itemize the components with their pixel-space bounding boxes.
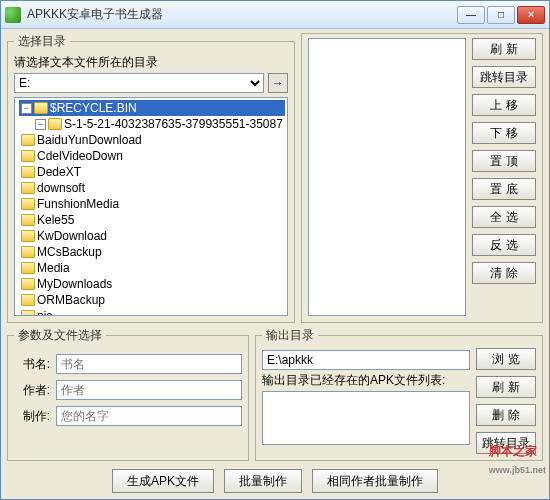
tree-node[interactable]: ORMBackup <box>19 292 285 308</box>
folder-icon <box>21 214 35 226</box>
folder-icon <box>21 294 35 306</box>
folder-icon <box>21 278 35 290</box>
content-area: 选择目录 请选择文本文件所在的目录 E: → − $RECYCLE <box>1 29 549 499</box>
folder-icon <box>21 230 35 242</box>
bookname-label: 书名: <box>14 356 50 373</box>
folder-icon <box>21 246 35 258</box>
output-path-input[interactable] <box>262 350 470 370</box>
tree-node[interactable]: BaiduYunDownload <box>19 132 285 148</box>
tree-node[interactable]: FunshionMedia <box>19 196 285 212</box>
collapse-icon[interactable]: − <box>35 119 46 130</box>
tree-node[interactable]: DedeXT <box>19 164 285 180</box>
folder-icon <box>34 102 48 114</box>
tree-node[interactable]: pic <box>19 308 285 316</box>
tree-node[interactable]: MCsBackup <box>19 244 285 260</box>
drive-select[interactable]: E: <box>14 73 264 93</box>
jump-output-button[interactable]: 跳转目录 <box>476 432 536 454</box>
action-button[interactable]: 批量制作 <box>224 469 302 493</box>
side-button[interactable]: 反 选 <box>472 234 536 256</box>
minimize-button[interactable]: — <box>457 6 485 24</box>
side-button[interactable]: 全 选 <box>472 206 536 228</box>
tree-node[interactable]: Kele55 <box>19 212 285 228</box>
file-list[interactable] <box>308 38 466 316</box>
titlebar[interactable]: APKKK安卓电子书生成器 — □ ✕ <box>1 1 549 29</box>
maker-label: 制作: <box>14 408 50 425</box>
folder-icon <box>21 166 35 178</box>
folder-icon <box>21 134 35 146</box>
maker-input[interactable] <box>56 406 242 426</box>
params-legend: 参数及文件选择 <box>14 327 106 344</box>
side-button[interactable]: 置 顶 <box>472 150 536 172</box>
action-row: 生成APK文件批量制作相同作者批量制作 <box>7 465 543 495</box>
side-button[interactable]: 跳转目录 <box>472 66 536 88</box>
side-button[interactable]: 置 底 <box>472 178 536 200</box>
folder-icon <box>21 198 35 210</box>
side-button[interactable]: 清 除 <box>472 262 536 284</box>
tree-node[interactable]: −S-1-5-21-4032387635-379935551-35087 <box>33 116 285 132</box>
author-input[interactable] <box>56 380 242 400</box>
file-list-group: 刷 新跳转目录上 移下 移置 顶置 底全 选反 选清 除 <box>301 33 543 323</box>
params-group: 参数及文件选择 书名: 作者: 制作: <box>7 327 249 461</box>
dir-prompt: 请选择文本文件所在的目录 <box>14 54 288 71</box>
action-button[interactable]: 相同作者批量制作 <box>312 469 438 493</box>
folder-icon <box>21 150 35 162</box>
app-icon <box>5 7 21 23</box>
dir-legend: 选择目录 <box>14 33 70 50</box>
tree-node[interactable]: MyDownloads <box>19 276 285 292</box>
delete-button[interactable]: 删 除 <box>476 404 536 426</box>
window-title: APKKK安卓电子书生成器 <box>27 6 457 23</box>
folder-icon <box>48 118 62 130</box>
browse-button[interactable]: 浏 览 <box>476 348 536 370</box>
app-window: APKKK安卓电子书生成器 — □ ✕ 选择目录 请选择文本文件所在的目录 E:… <box>0 0 550 500</box>
bookname-input[interactable] <box>56 354 242 374</box>
tree-node[interactable]: KwDownload <box>19 228 285 244</box>
drive-go-button[interactable]: → <box>268 73 288 93</box>
tree-node-recycle[interactable]: − $RECYCLE.BIN <box>19 100 285 116</box>
author-label: 作者: <box>14 382 50 399</box>
output-group: 输出目录 输出目录已经存在的APK文件列表: 浏 览 刷 新 删 除 跳转目录 <box>255 327 543 461</box>
tree-node[interactable]: downsoft <box>19 180 285 196</box>
folder-icon <box>21 262 35 274</box>
action-button[interactable]: 生成APK文件 <box>112 469 214 493</box>
collapse-icon[interactable]: − <box>21 103 32 114</box>
maximize-button[interactable]: □ <box>487 6 515 24</box>
side-button[interactable]: 刷 新 <box>472 38 536 60</box>
tree-node[interactable]: CdelVideoDown <box>19 148 285 164</box>
output-apk-list[interactable] <box>262 391 470 445</box>
tree-node[interactable]: Media <box>19 260 285 276</box>
output-list-label: 输出目录已经存在的APK文件列表: <box>262 372 470 389</box>
refresh-output-button[interactable]: 刷 新 <box>476 376 536 398</box>
folder-tree[interactable]: − $RECYCLE.BIN −S-1-5-21-4032387635-3799… <box>14 97 288 316</box>
folder-icon <box>21 182 35 194</box>
close-button[interactable]: ✕ <box>517 6 545 24</box>
folder-icon <box>21 310 35 316</box>
output-legend: 输出目录 <box>262 327 318 344</box>
side-button[interactable]: 上 移 <box>472 94 536 116</box>
side-button-col: 刷 新跳转目录上 移下 移置 顶置 底全 选反 选清 除 <box>472 38 536 316</box>
side-button[interactable]: 下 移 <box>472 122 536 144</box>
dir-select-group: 选择目录 请选择文本文件所在的目录 E: → − $RECYCLE <box>7 33 295 323</box>
